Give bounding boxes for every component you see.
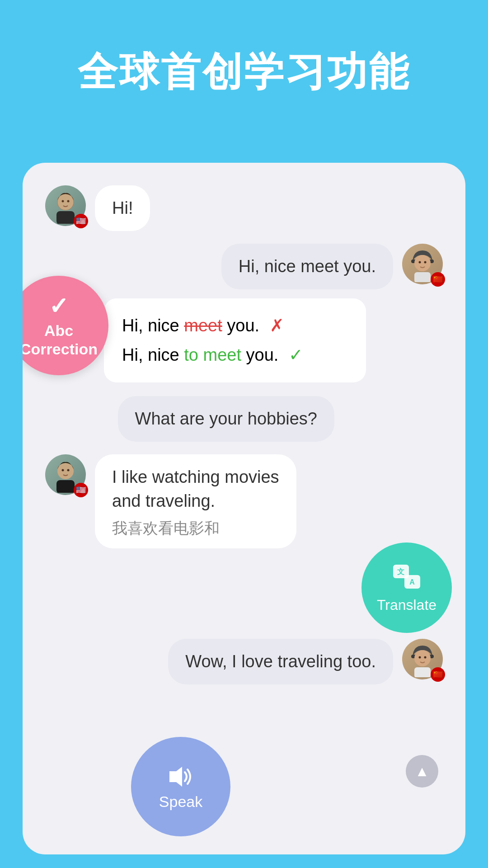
translate-label: Translate [377, 597, 436, 613]
svg-rect-4 [56, 211, 75, 224]
page-title: 全球首创学习功能 [0, 0, 488, 99]
svg-point-6 [414, 255, 431, 271]
svg-point-7 [419, 261, 421, 264]
svg-rect-23 [414, 667, 431, 677]
scroll-up-button[interactable]: ▲ [406, 755, 438, 788]
abc-correction-badge: ✓ AbcCorrection [23, 276, 108, 375]
message-text-1: Hi! [112, 198, 133, 217]
svg-point-2 [62, 200, 64, 203]
correct-word: to meet [184, 345, 241, 364]
svg-point-14 [57, 463, 74, 479]
wrong-mark: ✗ [270, 316, 284, 335]
speak-button[interactable]: Speak [131, 737, 230, 836]
chat-row: 🇺🇸 I like watching moviesand traveling. … [45, 454, 443, 548]
chat-panel: ✓ AbcCorrection 🇺🇸 [23, 163, 465, 854]
message-subtext-5: 我喜欢看电影和 [112, 518, 279, 539]
wrong-word: meet [184, 316, 222, 335]
message-text-6: Wow, I love traveling too. [185, 652, 376, 671]
speaker-icon [165, 763, 197, 790]
chat-row: 🇨🇳 Hi, nice meet you. [45, 244, 443, 289]
translate-icon: 文 A [391, 562, 422, 594]
message-bubble-5: I like watching moviesand traveling. 我喜欢… [95, 454, 296, 548]
message-bubble-4: What are your hobbies? [118, 396, 334, 442]
message-bubble-2: Hi, nice meet you. [221, 244, 393, 289]
message-bubble-6: Wow, I love traveling too. [168, 639, 393, 684]
correct-mark: ✓ [289, 345, 303, 364]
svg-point-20 [414, 650, 431, 666]
correction-box: Hi, nice meet you. ✗ Hi, nice to meet yo… [104, 298, 366, 382]
avatar-female-2: 🇨🇳 [402, 639, 443, 679]
svg-point-15 [62, 469, 64, 471]
svg-text:文: 文 [397, 567, 404, 576]
correction-label: AbcCorrection [23, 321, 98, 359]
avatar-male-2: 🇺🇸 [45, 454, 86, 495]
svg-point-21 [419, 656, 421, 658]
avatar-male-1: 🇺🇸 [45, 185, 86, 226]
message-bubble-1: Hi! [95, 185, 150, 231]
message-text-2: Hi, nice meet you. [239, 257, 376, 276]
svg-point-3 [67, 200, 70, 203]
svg-point-16 [67, 469, 70, 471]
chat-row: What are your hobbies? [45, 396, 443, 442]
svg-text:A: A [409, 578, 415, 586]
message-text-4: What are your hobbies? [135, 409, 317, 428]
avatar-female-1: 🇨🇳 [402, 244, 443, 284]
correction-checkmark: ✓ [49, 292, 69, 320]
flag-usa-2: 🇺🇸 [74, 483, 88, 497]
chat-row: 🇺🇸 Hi! [45, 185, 443, 231]
svg-point-22 [424, 656, 427, 658]
flag-usa-1: 🇺🇸 [74, 214, 88, 228]
svg-point-8 [424, 261, 427, 264]
chat-row: 🇨🇳 Wow, I love traveling too. [45, 639, 443, 684]
translate-button[interactable]: 文 A Translate [361, 542, 452, 633]
header: 全球首创学习功能 [0, 0, 488, 99]
message-text-5: I like watching moviesand traveling. [112, 465, 279, 513]
svg-rect-17 [56, 480, 75, 493]
correction-correct-line: Hi, nice to meet you. ✓ [122, 340, 348, 370]
svg-marker-18 [169, 767, 182, 787]
svg-rect-9 [414, 272, 431, 282]
correction-wrong-line: Hi, nice meet you. ✗ [122, 311, 348, 340]
speak-label: Speak [159, 793, 202, 811]
flag-china-2: 🇨🇳 [431, 667, 445, 682]
flag-china-1: 🇨🇳 [431, 272, 445, 287]
